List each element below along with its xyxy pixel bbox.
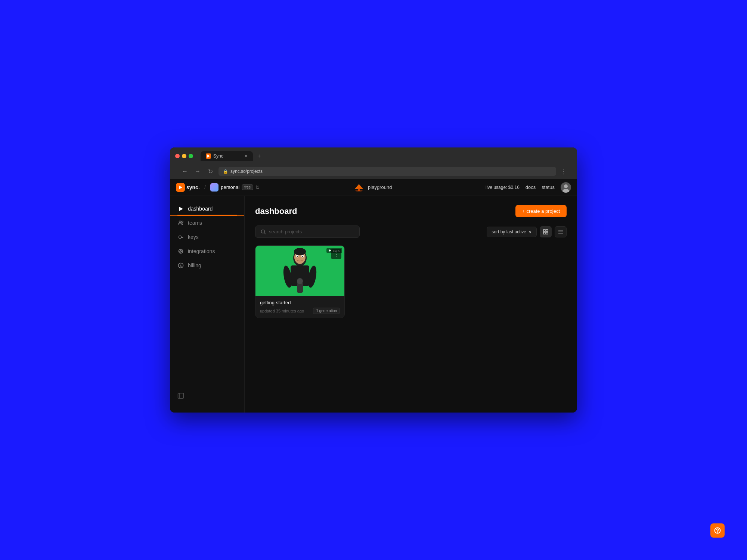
create-project-button[interactable]: + create a project [515,205,567,217]
playground-button[interactable]: playground [353,183,392,192]
plan-badge: free [242,184,253,190]
sidebar-item-billing[interactable]: $ billing [170,259,244,273]
sort-chevron-icon: ∨ [529,229,532,234]
projects-grid: sync ⋮ getting started updated 35 minute… [255,245,567,318]
main-header: dashboard + create a project [255,205,567,217]
tab-bar: Sync ✕ + [201,151,264,161]
search-box[interactable]: search projects [255,225,360,238]
svg-rect-27 [546,230,548,231]
sidebar-item-label-integrations: integrations [188,248,215,254]
svg-marker-2 [354,184,363,189]
sidebar-item-keys[interactable]: keys [170,230,244,245]
sidebar-item-label-billing: billing [188,262,201,268]
dashboard-icon [177,205,184,212]
help-button[interactable] [710,523,725,538]
card-menu-button[interactable]: ⋮ [331,249,341,259]
project-thumbnail: sync ⋮ [255,246,344,296]
svg-point-4 [355,190,363,192]
svg-text:$: $ [180,264,182,268]
live-usage-value: $0.16 [508,185,520,190]
svg-point-9 [182,221,183,223]
reload-button[interactable]: ↻ [206,167,215,176]
svg-rect-26 [543,230,545,231]
workspace-name: personal [221,184,239,190]
sidebar: dashboard teams keys integrations [170,196,245,413]
project-info: getting started updated 35 minutes ago 1… [255,296,344,318]
main-content: dashboard + create a project search proj… [245,196,577,413]
grid-view-button[interactable] [540,226,552,237]
sort-dropdown[interactable]: sort by last active ∨ [487,227,537,237]
live-usage-label: live usage: [486,185,507,190]
keys-icon [177,234,184,240]
sort-label: sort by last active [492,229,526,234]
svg-point-14 [180,251,182,252]
svg-marker-7 [179,207,183,211]
sidebar-bottom [170,386,244,407]
svg-rect-29 [546,232,548,234]
teams-icon [177,220,184,226]
svg-point-5 [564,184,568,188]
app-logo[interactable]: sync. [176,183,200,192]
header-right: live usage: $0.16 docs status [486,182,571,193]
svg-point-6 [562,189,569,193]
search-placeholder: search projects [269,229,302,234]
svg-point-47 [717,532,718,532]
toggle-sidebar-button[interactable] [177,392,237,401]
search-icon [261,229,266,234]
traffic-lights [175,154,193,158]
header-center: playground [264,183,481,192]
docs-link[interactable]: docs [526,184,536,190]
tab-favicon [206,153,211,159]
sidebar-item-label-keys: keys [188,234,199,240]
svg-marker-1 [179,186,182,189]
svg-point-44 [294,248,306,255]
browser-window: Sync ✕ + ← → ↻ 🔒 sync.so/projects ⋮ sync… [170,147,577,413]
browser-titlebar: Sync ✕ + ← → ↻ 🔒 sync.so/projects ⋮ [170,147,577,179]
project-card[interactable]: sync ⋮ getting started updated 35 minute… [255,245,345,318]
sidebar-item-dashboard[interactable]: dashboard [170,202,244,216]
back-button[interactable]: ← [180,167,189,176]
tab-title: Sync [213,153,223,159]
svg-point-38 [297,278,303,284]
browser-nav: ← → ↻ 🔒 sync.so/projects ⋮ [175,164,572,179]
playground-icon [353,183,365,192]
list-view-button[interactable] [555,226,567,237]
new-tab-button[interactable]: + [254,151,264,161]
lock-icon: 🔒 [223,169,228,174]
playground-label: playground [368,184,392,190]
close-button[interactable] [175,154,180,158]
svg-point-43 [302,256,303,257]
browser-menu-button[interactable]: ⋮ [560,167,567,175]
maximize-button[interactable] [189,154,193,158]
status-link[interactable]: status [542,184,555,190]
minimize-button[interactable] [182,154,186,158]
project-name: getting started [260,300,340,305]
address-bar[interactable]: 🔒 sync.so/projects [218,167,556,176]
user-avatar[interactable] [561,182,571,193]
logo-text: sync. [186,184,200,190]
sidebar-item-teams[interactable]: teams [170,216,244,230]
svg-line-25 [264,233,266,234]
workspace-icon [210,183,218,192]
logo-icon [176,183,185,192]
forward-button[interactable]: → [193,167,202,176]
workspace-selector[interactable]: personal free ⇅ [210,183,259,192]
svg-rect-22 [178,393,184,398]
billing-icon: $ [177,262,184,269]
sidebar-item-label-teams: teams [188,220,202,226]
header-separator: / [204,184,206,191]
url-text: sync.so/projects [230,169,263,174]
project-updated: updated 35 minutes ago [260,309,304,313]
page-title: dashboard [255,206,297,216]
sidebar-item-integrations[interactable]: integrations [170,245,244,259]
integrations-icon [177,248,184,255]
project-generations-badge: 1 generation [313,308,340,314]
active-tab[interactable]: Sync ✕ [201,151,253,161]
sidebar-item-label-dashboard: dashboard [188,206,213,212]
project-meta: updated 35 minutes ago 1 generation [260,308,340,314]
search-sort-row: search projects sort by last active ∨ [255,225,567,238]
app-body: dashboard teams keys integrations [170,196,577,413]
tab-close-button[interactable]: ✕ [244,154,248,159]
svg-point-42 [297,256,298,257]
svg-marker-0 [207,155,210,158]
